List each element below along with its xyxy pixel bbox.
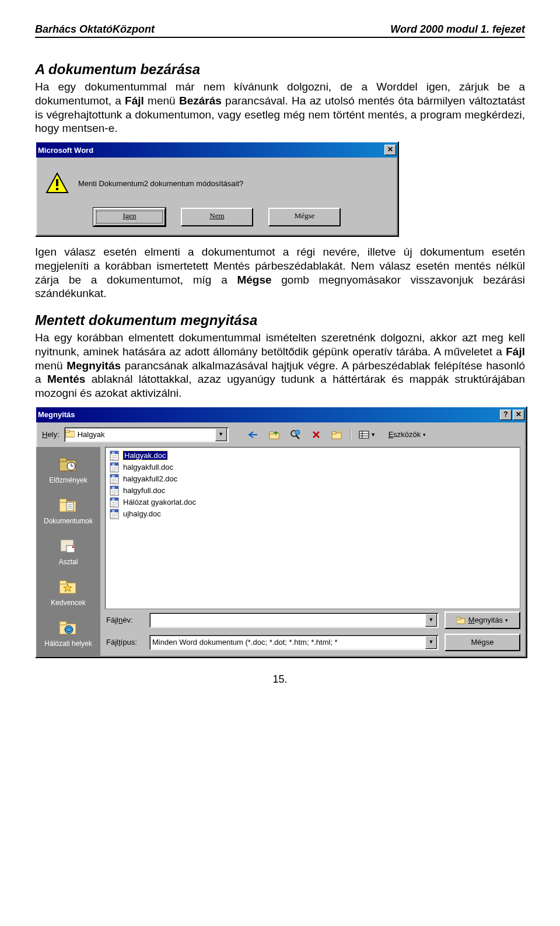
svg-rect-4 xyxy=(65,430,69,432)
word-doc-icon: W xyxy=(109,509,120,519)
chevron-down-icon: ▾ xyxy=(423,432,426,438)
file-name: halgyakfull2.doc xyxy=(123,474,177,483)
svg-rect-76 xyxy=(457,617,460,620)
word-doc-icon: W xyxy=(109,474,120,484)
file-item[interactable]: Whalgyfull.doc xyxy=(108,485,517,497)
cancel-open-button[interactable]: Mégse xyxy=(444,634,520,651)
network-icon xyxy=(39,617,97,638)
file-name: Halgyak.doc xyxy=(123,451,167,460)
open-folder-icon xyxy=(457,616,466,624)
svg-rect-34 xyxy=(60,581,66,584)
file-item[interactable]: Whalgyakfull2.doc xyxy=(108,473,517,485)
svg-rect-37 xyxy=(60,621,66,625)
cancel-button[interactable]: Mégse xyxy=(268,208,341,226)
filename-label: Fájlnév: xyxy=(106,616,144,624)
chevron-down-icon: ▾ xyxy=(505,617,508,623)
svg-line-8 xyxy=(296,436,299,439)
file-item[interactable]: Whalgyakfull.doc xyxy=(108,462,517,473)
svg-rect-21 xyxy=(60,458,66,462)
svg-text:W: W xyxy=(112,498,115,501)
svg-rect-1 xyxy=(56,179,58,186)
svg-rect-16 xyxy=(359,431,369,438)
place-network[interactable]: Hálózati helyek xyxy=(39,614,97,654)
location-label: Hely: xyxy=(42,430,60,439)
svg-rect-13 xyxy=(332,432,336,434)
word-doc-icon: W xyxy=(109,497,120,508)
save-confirm-dialog: Microsoft Word ✕ Menti Dokumentum2 dokum… xyxy=(35,141,399,237)
word-doc-icon: W xyxy=(109,450,120,461)
section-open-paragraph: Ha egy korábban elmentett dokumentummal … xyxy=(35,331,525,400)
chevron-down-icon: ▼ xyxy=(370,432,376,438)
open-button[interactable]: Megnyitás ▾ xyxy=(444,611,520,629)
svg-text:W: W xyxy=(112,463,115,466)
close-icon[interactable]: ✕ xyxy=(513,410,524,420)
warning-icon xyxy=(46,172,69,195)
place-favorites[interactable]: Kedvencek xyxy=(39,573,97,613)
svg-rect-32 xyxy=(66,546,75,553)
open-dialog: Megnyitás ? ✕ Hely: Halgyak ▼ xyxy=(35,406,527,658)
search-web-button[interactable] xyxy=(287,427,303,442)
folder-icon xyxy=(65,429,75,439)
chevron-down-icon[interactable]: ▼ xyxy=(215,428,227,441)
location-combo[interactable]: Halgyak ▼ xyxy=(64,427,229,442)
file-name: halgyfull.doc xyxy=(123,486,165,495)
svg-rect-2 xyxy=(56,188,58,190)
chevron-down-icon[interactable]: ▼ xyxy=(425,614,437,627)
section-close-title: A dokumentum bezárása xyxy=(35,61,525,78)
place-history[interactable]: Előzmények xyxy=(39,450,97,490)
paragraph-after-msgbox: Igen válasz esetén elmenti a dokumentumo… xyxy=(35,245,525,300)
file-item[interactable]: Wujhalgy.doc xyxy=(108,508,517,520)
svg-text:W: W xyxy=(112,509,115,513)
word-doc-icon: W xyxy=(109,462,120,473)
back-button[interactable] xyxy=(245,427,261,442)
filename-combo[interactable]: ▼ xyxy=(149,613,439,628)
svg-rect-6 xyxy=(270,432,274,434)
place-documents[interactable]: Dokumentumok xyxy=(39,491,97,531)
file-name: Hálózat gyakorlat.doc xyxy=(123,498,196,506)
dialog-titlebar[interactable]: Microsoft Word ✕ xyxy=(36,142,398,158)
yes-button[interactable]: Igen xyxy=(93,208,166,226)
filetype-combo[interactable]: Minden Word dokumentum (*.doc; *.dot; *.… xyxy=(149,635,439,650)
svg-point-38 xyxy=(65,626,73,634)
history-icon xyxy=(39,454,97,475)
open-dialog-title: Megnyitás xyxy=(38,410,75,419)
open-dialog-titlebar[interactable]: Megnyitás ? ✕ xyxy=(36,407,526,422)
favorites-icon xyxy=(39,576,97,597)
places-bar: Előzmények Dokumentumok Asztal Kedvencek… xyxy=(36,447,100,657)
file-name: ujhalgy.doc xyxy=(123,509,161,518)
page-number: 15. xyxy=(35,673,525,686)
svg-text:W: W xyxy=(112,474,115,478)
place-desktop[interactable]: Asztal xyxy=(39,532,97,572)
file-item[interactable]: WHalgyak.doc xyxy=(108,450,517,462)
file-name: halgyakfull.doc xyxy=(123,463,173,471)
tools-menu-button[interactable]: Eszközök ▾ xyxy=(384,427,430,442)
chevron-down-icon[interactable]: ▼ xyxy=(425,636,437,649)
documents-icon xyxy=(39,495,97,516)
header-right: Word 2000 modul 1. fejezet xyxy=(390,23,525,36)
header-left: Barhács OktatóKözpont xyxy=(35,23,155,36)
views-button[interactable]: ▼ xyxy=(355,427,380,442)
svg-text:W: W xyxy=(112,486,115,490)
up-one-level-button[interactable] xyxy=(266,427,282,442)
svg-text:W: W xyxy=(112,451,115,455)
svg-rect-26 xyxy=(60,499,66,502)
location-value: Halgyak xyxy=(75,430,214,439)
close-icon[interactable]: ✕ xyxy=(384,145,396,155)
svg-point-9 xyxy=(295,430,300,435)
new-folder-button[interactable] xyxy=(329,427,345,442)
desktop-icon xyxy=(39,536,97,557)
no-button[interactable]: Nem xyxy=(181,208,253,226)
file-list[interactable]: WHalgyak.docWhalgyakfull.docWhalgyakfull… xyxy=(105,447,520,609)
filetype-label: Fájltípus: xyxy=(106,638,144,647)
delete-button[interactable] xyxy=(308,427,324,442)
file-item[interactable]: WHálózat gyakorlat.doc xyxy=(108,497,517,508)
section-open-title: Mentett dokumentum megnyitása xyxy=(35,312,525,329)
help-icon[interactable]: ? xyxy=(500,410,512,420)
section-close-paragraph: Ha egy dokumentummal már nem kívánunk do… xyxy=(35,80,525,135)
word-doc-icon: W xyxy=(109,485,120,496)
dialog-title: Microsoft Word xyxy=(38,146,93,155)
dialog-message: Menti Dokumentum2 dokumentum módosításai… xyxy=(78,179,243,188)
